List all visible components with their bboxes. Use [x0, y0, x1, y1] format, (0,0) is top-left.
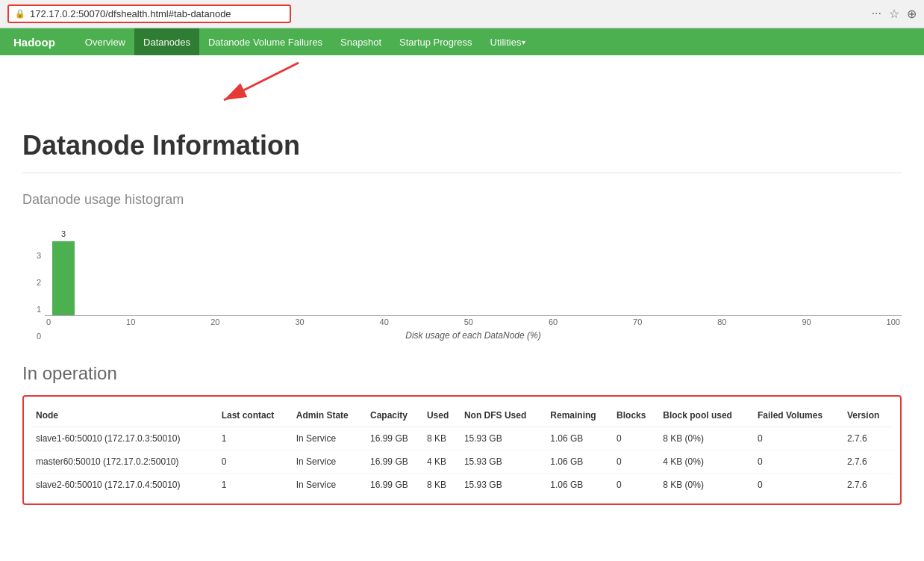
bar-wrapper-1: 3 — [52, 241, 75, 316]
nav-item-startup-progress[interactable]: Startup Progress — [390, 28, 481, 55]
cell-row0-col5: 15.93 GB — [460, 427, 546, 450]
page-content: Datanode Information Datanode usage hist… — [0, 115, 924, 505]
url-text: 172.17.0.2:50070/dfshealth.html#tab-data… — [30, 8, 231, 19]
cell-row1-col8: 4 KB (0%) — [658, 450, 753, 474]
x-label-30: 30 — [295, 317, 304, 326]
cell-row0-col9: 0 — [753, 427, 843, 450]
address-bar[interactable]: 🔒 172.17.0.2:50070/dfshealth.html#tab-da… — [7, 4, 291, 23]
svg-line-1 — [224, 63, 299, 100]
cell-row2-col0: slave2-60:50010 (172.17.0.4:50010) — [31, 474, 217, 497]
cell-row0-col0: slave1-60:50010 (172.17.0.3:50010) — [31, 427, 217, 450]
col-version: Version — [843, 404, 893, 427]
cell-row1-col4: 4 KB — [422, 450, 460, 474]
histogram-container: 0 1 2 3 3 — [22, 219, 902, 348]
cell-row0-col7: 0 — [612, 427, 658, 450]
cell-row1-col9: 0 — [753, 450, 843, 474]
col-non-dfs-used: Non DFS Used — [460, 404, 546, 427]
bar-value-label: 3 — [61, 229, 66, 238]
cell-row1-col1: 0 — [217, 450, 292, 474]
col-last-contact: Last contact — [217, 404, 292, 427]
brand-label: Hadoop — [7, 36, 61, 49]
col-admin-state: Admin State — [292, 404, 366, 427]
y-label-0: 0 — [22, 332, 41, 341]
lock-icon: 🔒 — [15, 9, 25, 19]
cell-row0-col2: In Service — [292, 427, 366, 450]
table-row: slave2-60:50010 (172.17.0.4:50010)1In Se… — [31, 474, 893, 497]
extension-icon[interactable]: ⊕ — [907, 7, 917, 21]
y-label-2: 2 — [22, 278, 41, 287]
col-block-pool-used: Block pool used — [658, 404, 753, 427]
x-label-100: 100 — [887, 317, 900, 326]
y-axis: 0 1 2 3 — [22, 251, 41, 341]
browser-actions: ··· ☆ ⊕ — [872, 7, 917, 21]
x-label-40: 40 — [380, 317, 389, 326]
bar-area: 3 — [45, 226, 902, 316]
cell-row2-col8: 8 KB (0%) — [658, 474, 753, 497]
x-label-60: 60 — [549, 317, 558, 326]
navbar: Hadoop Overview Datanodes Datanode Volum… — [0, 28, 924, 55]
col-blocks: Blocks — [612, 404, 658, 427]
histogram-bar: 3 — [52, 241, 75, 316]
cell-row1-col0: master60:50010 (172.17.0.2:50010) — [31, 450, 217, 474]
x-label-80: 80 — [717, 317, 726, 326]
cell-row2-col9: 0 — [753, 474, 843, 497]
browser-chrome: 🔒 172.17.0.2:50070/dfshealth.html#tab-da… — [0, 0, 924, 28]
in-operation-title: In operation — [22, 363, 902, 384]
x-label-20: 20 — [210, 317, 219, 326]
y-label-1: 1 — [22, 305, 41, 314]
cell-row0-col4: 8 KB — [422, 427, 460, 450]
cell-row2-col4: 8 KB — [422, 474, 460, 497]
col-node: Node — [31, 404, 217, 427]
col-remaining: Remaining — [546, 404, 612, 427]
nav-item-snapshot[interactable]: Snapshot — [331, 28, 390, 55]
cell-row2-col3: 16.99 GB — [366, 474, 422, 497]
nav-item-datanode-volume-failures[interactable]: Datanode Volume Failures — [199, 28, 331, 55]
cell-row1-col10: 2.7.6 — [843, 450, 893, 474]
nav-item-utilities[interactable]: Utilities — [481, 28, 534, 55]
cell-row0-col6: 1.06 GB — [546, 427, 612, 450]
annotation-arrow — [187, 55, 336, 115]
page-title: Datanode Information — [22, 115, 902, 173]
cell-row2-col2: In Service — [292, 474, 366, 497]
cell-row2-col10: 2.7.6 — [843, 474, 893, 497]
cell-row2-col7: 0 — [612, 474, 658, 497]
nav-item-overview[interactable]: Overview — [76, 28, 134, 55]
bookmark-icon[interactable]: ☆ — [889, 7, 899, 21]
x-label-50: 50 — [464, 317, 473, 326]
chart-area: 3 0 10 20 30 40 50 60 70 80 — [45, 226, 902, 341]
col-used: Used — [422, 404, 460, 427]
x-label-10: 10 — [126, 317, 135, 326]
cell-row2-col1: 1 — [217, 474, 292, 497]
menu-icon[interactable]: ··· — [872, 7, 881, 21]
table-row: master60:50010 (172.17.0.2:50010)0In Ser… — [31, 450, 893, 474]
table-row: slave1-60:50010 (172.17.0.3:50010)1In Se… — [31, 427, 893, 450]
cell-row1-col3: 16.99 GB — [366, 450, 422, 474]
x-labels: 0 10 20 30 40 50 60 70 80 90 100 — [45, 317, 902, 326]
y-label-3: 3 — [22, 251, 41, 260]
annotation-arrow-container — [164, 55, 924, 115]
table-header-row: Node Last contact Admin State Capacity U… — [31, 404, 893, 427]
cell-row2-col5: 15.93 GB — [460, 474, 546, 497]
col-capacity: Capacity — [366, 404, 422, 427]
nav-item-datanodes[interactable]: Datanodes — [134, 28, 199, 55]
x-label-70: 70 — [633, 317, 642, 326]
cell-row1-col6: 1.06 GB — [546, 450, 612, 474]
x-axis-line — [45, 315, 902, 316]
cell-row0-col8: 8 KB (0%) — [658, 427, 753, 450]
col-failed-volumes: Failed Volumes — [753, 404, 843, 427]
x-label-0: 0 — [46, 317, 51, 326]
histogram-section-title: Datanode usage histogram — [22, 192, 902, 208]
cell-row1-col2: In Service — [292, 450, 366, 474]
x-axis-title: Disk usage of each DataNode (%) — [45, 330, 902, 341]
cell-row2-col6: 1.06 GB — [546, 474, 612, 497]
table-header: Node Last contact Admin State Capacity U… — [31, 404, 893, 427]
x-label-90: 90 — [802, 317, 811, 326]
datanode-table: Node Last contact Admin State Capacity U… — [31, 404, 893, 496]
cell-row0-col1: 1 — [217, 427, 292, 450]
cell-row0-col3: 16.99 GB — [366, 427, 422, 450]
cell-row1-col5: 15.93 GB — [460, 450, 546, 474]
cell-row1-col7: 0 — [612, 450, 658, 474]
cell-row0-col10: 2.7.6 — [843, 427, 893, 450]
datanode-table-container: Node Last contact Admin State Capacity U… — [22, 395, 902, 505]
table-body: slave1-60:50010 (172.17.0.3:50010)1In Se… — [31, 427, 893, 497]
